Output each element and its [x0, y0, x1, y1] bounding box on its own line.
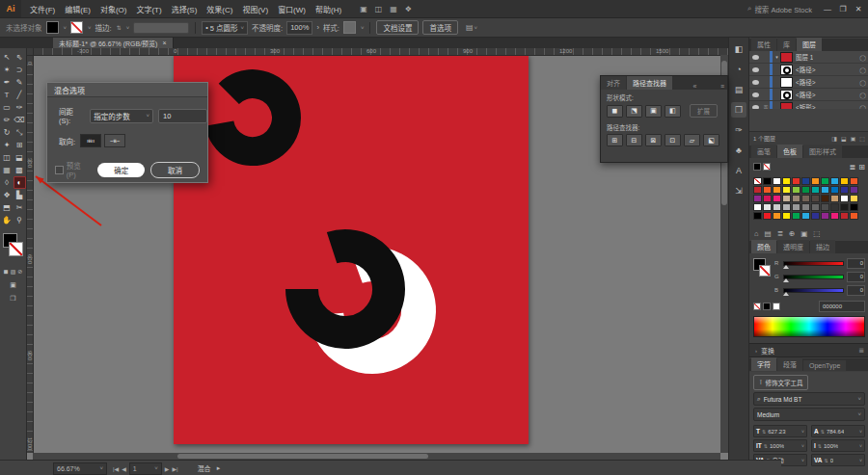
- drawing-mode-button[interactable]: ▣: [0, 281, 26, 289]
- menu-效果(C)[interactable]: 效果(C): [202, 4, 237, 14]
- swatch[interactable]: [801, 212, 810, 220]
- swatch[interactable]: [773, 203, 781, 211]
- swatch[interactable]: [782, 212, 791, 220]
- tool-pencil[interactable]: ✏: [1, 114, 14, 126]
- swatch[interactable]: [840, 203, 849, 211]
- stroke-swatch[interactable]: [9, 242, 23, 256]
- document-setup-button[interactable]: 文档设置: [376, 20, 419, 35]
- swatch[interactable]: [773, 177, 781, 185]
- tool-scale[interactable]: ⤡: [14, 126, 26, 139]
- collapse-panel-icon[interactable]: «: [691, 83, 700, 90]
- swatch[interactable]: [753, 186, 762, 194]
- dropdown-arrow-icon[interactable]: ˅: [801, 443, 804, 449]
- minus-front-button[interactable]: ⬔: [626, 105, 642, 118]
- swatch[interactable]: [850, 203, 858, 211]
- swatch[interactable]: [850, 195, 858, 202]
- stepper-icon[interactable]: ⇅: [818, 443, 822, 449]
- export-icon[interactable]: ⇲: [731, 183, 746, 198]
- swatch[interactable]: [792, 203, 800, 211]
- stepper-icon[interactable]: ⇅: [764, 443, 768, 449]
- exclude-button[interactable]: ◧: [665, 105, 681, 118]
- tool-mesh[interactable]: ▦: [1, 164, 14, 176]
- swatch[interactable]: [821, 177, 829, 185]
- close-button[interactable]: ✕: [851, 0, 866, 17]
- document-tab[interactable]: 未标题-1* @ 66.67% (RGB/预览) ×: [53, 38, 174, 48]
- swatch[interactable]: [753, 212, 762, 220]
- swatch[interactable]: [840, 212, 849, 220]
- tool-width[interactable]: ✦: [1, 139, 14, 151]
- swatch[interactable]: [763, 186, 772, 194]
- tab-属性[interactable]: 属性: [751, 38, 776, 51]
- tool-artboard[interactable]: ⬒: [1, 201, 14, 214]
- color-panel-icon[interactable]: ◧: [731, 41, 746, 57]
- make-clipping-mask-icon[interactable]: ◨: [831, 135, 837, 142]
- minimize-button[interactable]: —: [820, 0, 835, 17]
- tool-eyedropper[interactable]: ◊: [1, 176, 14, 189]
- swatch-fill-chip[interactable]: [753, 163, 761, 171]
- horizontal-scale-field[interactable]: I⇅100%˅: [811, 439, 865, 452]
- eye-icon[interactable]: [752, 55, 759, 60]
- tool-eraser[interactable]: ⌫: [14, 114, 26, 126]
- swatch[interactable]: [830, 195, 839, 202]
- swatch[interactable]: [840, 186, 849, 194]
- color-stroke-chip[interactable]: [759, 265, 771, 277]
- swatch[interactable]: [773, 195, 781, 202]
- tab-close-icon[interactable]: ×: [162, 40, 166, 46]
- tab-段落[interactable]: 段落: [777, 357, 802, 371]
- next-artboard-icon[interactable]: ▶: [165, 465, 170, 472]
- tab-透明度[interactable]: 透明度: [777, 240, 809, 253]
- tracking-field[interactable]: VA⇅0˅: [811, 454, 865, 466]
- slider-thumb[interactable]: [783, 278, 789, 282]
- merge-button[interactable]: ⊠: [645, 134, 662, 146]
- first-artboard-icon[interactable]: |◀: [113, 465, 119, 472]
- app-logo[interactable]: Ai: [0, 0, 21, 17]
- stroke-stepper-icon[interactable]: ⇅: [117, 24, 122, 31]
- swatch[interactable]: [763, 203, 772, 211]
- tool-gradient[interactable]: ▩: [14, 164, 26, 176]
- ok-button[interactable]: 确定: [97, 163, 145, 177]
- swatch[interactable]: [821, 212, 829, 220]
- swatch[interactable]: [850, 177, 858, 185]
- stepper-icon[interactable]: ⇅: [821, 429, 825, 435]
- swatch[interactable]: [801, 195, 810, 202]
- appearance-icon[interactable]: ▤: [731, 82, 746, 97]
- swatch-options-icon[interactable]: ≣: [777, 229, 783, 238]
- layer-target-icon[interactable]: ◯: [859, 92, 866, 98]
- orientation-align-page-button[interactable]: ıŧŧıı: [80, 134, 101, 147]
- fill-dropdown-icon[interactable]: ˅: [64, 25, 68, 31]
- horizontal-scrollbar[interactable]: [33, 453, 720, 460]
- dropdown-arrow-icon[interactable]: ˅: [859, 429, 862, 435]
- screen-mode-button[interactable]: ❐: [0, 295, 26, 303]
- tool-curvature[interactable]: ✎: [14, 76, 26, 89]
- minus-back-button[interactable]: ⬕: [703, 134, 719, 146]
- dropdown-arrow-icon[interactable]: ˅: [859, 443, 862, 449]
- tool-zoom[interactable]: ⚲: [14, 214, 26, 226]
- tool-paintbrush[interactable]: ✑: [14, 101, 26, 114]
- eye-icon[interactable]: [752, 80, 759, 85]
- workspace-icon[interactable]: ❖: [405, 5, 412, 13]
- hex-input[interactable]: 000000: [819, 301, 865, 312]
- layer-row[interactable]: ▾图层 1◯: [749, 51, 868, 64]
- layer-target-icon[interactable]: ◯: [859, 79, 866, 86]
- swatch[interactable]: [792, 177, 800, 185]
- dropdown-arrow-icon[interactable]: ˅: [859, 458, 862, 463]
- style-swatch[interactable]: [343, 21, 356, 34]
- swatch-kinds-icon[interactable]: ▤: [765, 229, 772, 238]
- tool-shape-builder[interactable]: ◫: [1, 151, 14, 164]
- grid-view-icon[interactable]: ⊞: [858, 163, 865, 172]
- cancel-button[interactable]: 取消: [150, 162, 200, 178]
- swatch[interactable]: [821, 186, 829, 194]
- status-menu-icon[interactable]: ▸: [217, 464, 221, 472]
- swatch[interactable]: [801, 177, 810, 185]
- artboard[interactable]: [174, 55, 529, 444]
- graphic-styles-icon[interactable]: ♣: [731, 143, 746, 158]
- leading-field[interactable]: A⇅784.64˅: [811, 425, 865, 437]
- swatch[interactable]: [792, 212, 800, 220]
- ruler-origin[interactable]: [26, 48, 34, 56]
- tab-字符[interactable]: 字符: [751, 357, 776, 371]
- swatch[interactable]: [850, 212, 858, 220]
- slider-track-G[interactable]: [783, 275, 844, 279]
- swatch[interactable]: [811, 195, 820, 202]
- new-layer-icon[interactable]: ▣: [851, 135, 856, 142]
- brush-definition-dropdown[interactable]: • 5 点圆形 ˅: [202, 21, 248, 35]
